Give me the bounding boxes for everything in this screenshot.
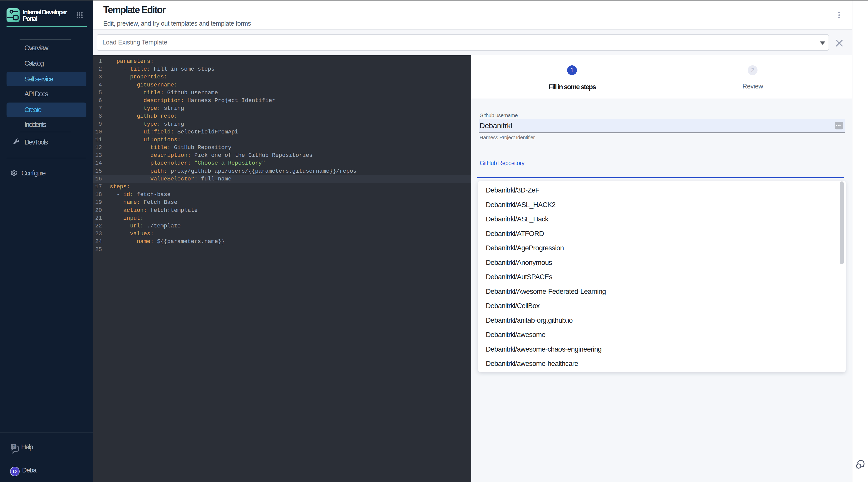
svg-text:?: ? xyxy=(12,445,15,449)
